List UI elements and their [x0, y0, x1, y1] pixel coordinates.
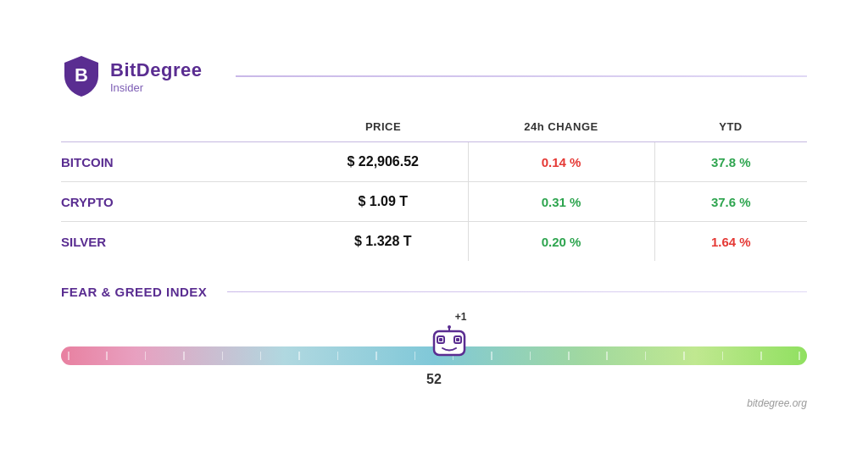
tick: [683, 352, 685, 360]
tick: [183, 352, 185, 360]
row-ytd: 37.6 %: [654, 182, 807, 222]
tick: [760, 352, 762, 360]
fgi-title: FEAR & GREED INDEX: [61, 285, 207, 299]
col-header-change: 24h CHANGE: [468, 115, 654, 142]
logo-container: B BitDegree Insider: [61, 54, 202, 98]
gauge-bar: +1: [61, 346, 807, 365]
row-ytd: 37.8 %: [654, 142, 807, 182]
fgi-header: FEAR & GREED INDEX: [61, 285, 807, 299]
col-header-label: [61, 115, 298, 142]
tick: [415, 352, 416, 360]
tick: [106, 352, 108, 360]
tick: [606, 352, 608, 360]
fgi-robot-icon: [431, 324, 468, 362]
row-label-bitcoin: BITCOIN: [61, 142, 298, 182]
tick: [722, 352, 724, 360]
table-row: CRYPTO$ 1.09 T0.31 %37.6 %: [61, 182, 807, 222]
tick: [145, 352, 147, 360]
tick: [491, 352, 492, 360]
tick: [260, 352, 262, 360]
fgi-value: 52: [426, 372, 442, 387]
col-header-price: PRICE: [298, 115, 468, 142]
tick: [298, 352, 300, 360]
table-row: SILVER$ 1.328 T0.20 %1.64 %: [61, 222, 807, 262]
logo-icon: B: [61, 54, 102, 98]
brand-sub: Insider: [110, 81, 202, 94]
footer-link: bitdegree.org: [747, 397, 807, 409]
svg-text:B: B: [75, 64, 88, 86]
col-header-ytd: YTD: [654, 115, 807, 142]
row-change: 0.14 %: [468, 142, 654, 182]
gauge-container: +1 52: [61, 313, 807, 387]
tick: [337, 352, 339, 360]
fgi-delta: +1: [455, 311, 467, 323]
row-price: $ 22,906.52: [298, 142, 468, 182]
fgi-divider: [227, 291, 807, 293]
row-price: $ 1.328 T: [298, 222, 468, 262]
tick: [645, 352, 647, 360]
row-ytd: 1.64 %: [654, 222, 807, 262]
tick: [222, 352, 224, 360]
row-label-silver: SILVER: [61, 222, 298, 262]
tick: [568, 352, 570, 360]
main-card: B BitDegree Insider PRICE 24h CHANGE YTD…: [27, 34, 841, 426]
svg-point-7: [448, 325, 451, 329]
tick: [530, 352, 531, 360]
row-change: 0.31 %: [468, 182, 654, 222]
gauge-indicator: +1: [431, 311, 468, 362]
table-header-row: PRICE 24h CHANGE YTD: [61, 115, 807, 142]
row-price: $ 1.09 T: [298, 182, 468, 222]
fgi-section: FEAR & GREED INDEX: [61, 285, 807, 387]
table-row: BITCOIN$ 22,906.520.14 %37.8 %: [61, 142, 807, 182]
tick: [798, 352, 800, 360]
svg-rect-4: [439, 338, 442, 341]
price-table: PRICE 24h CHANGE YTD BITCOIN$ 22,906.520…: [61, 115, 807, 261]
footer: bitdegree.org: [61, 397, 807, 409]
row-change: 0.20 %: [468, 222, 654, 262]
brand-name: BitDegree: [110, 59, 202, 81]
logo-text: BitDegree Insider: [110, 59, 202, 94]
header-divider: [236, 75, 807, 77]
tick: [376, 352, 377, 360]
row-label-crypto: CRYPTO: [61, 182, 298, 222]
header: B BitDegree Insider: [61, 54, 807, 98]
svg-rect-5: [456, 338, 459, 341]
tick: [68, 352, 70, 360]
